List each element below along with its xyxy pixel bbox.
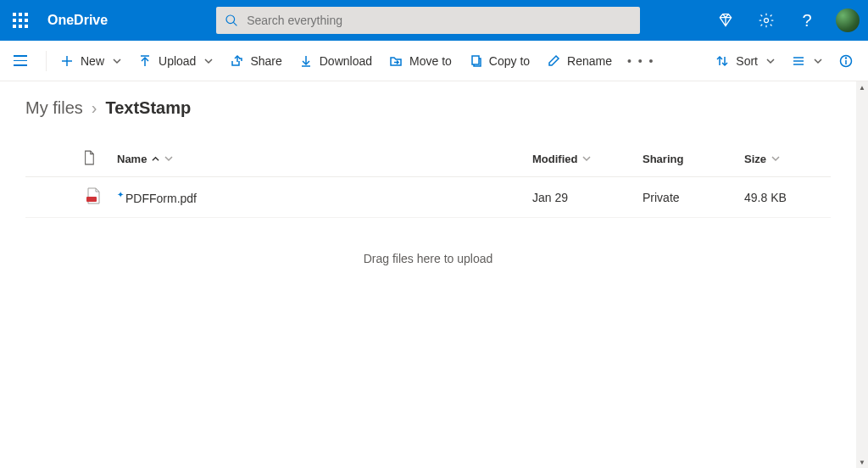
document-icon — [83, 150, 95, 165]
sort-ascending-icon — [152, 153, 159, 165]
chevron-right-icon: › — [92, 98, 97, 118]
details-pane-button[interactable] — [831, 47, 861, 75]
drag-upload-hint: Drag files here to upload — [25, 218, 831, 299]
sort-icon — [715, 54, 729, 68]
svg-point-0 — [226, 15, 235, 24]
more-actions-button[interactable]: • • • — [620, 54, 661, 68]
app-launcher-button[interactable] — [0, 0, 41, 41]
chevron-down-icon — [113, 54, 121, 68]
question-icon: ? — [802, 11, 811, 31]
toolbar-separator — [46, 51, 47, 71]
content-pane: My files › TextStamp Name — [0, 81, 856, 468]
view-options-button[interactable] — [783, 47, 831, 75]
scroll-up-icon: ▲ — [856, 81, 868, 93]
file-name: PDFForm.pdf — [125, 191, 197, 204]
upload-button[interactable]: Upload — [130, 47, 221, 75]
size-column-label: Size — [744, 153, 766, 165]
move-to-label: Move to — [409, 54, 452, 68]
size-column-header[interactable]: Size — [737, 142, 831, 177]
sort-label: Sort — [736, 54, 758, 68]
account-avatar[interactable] — [836, 8, 860, 32]
sharing-column-header[interactable]: Sharing — [636, 142, 737, 177]
modified-column-header[interactable]: Modified — [526, 142, 636, 177]
upload-label: Upload — [159, 54, 196, 68]
new-label: New — [81, 54, 104, 68]
svg-point-2 — [765, 19, 769, 23]
waffle-icon — [13, 13, 28, 28]
help-button[interactable]: ? — [787, 0, 827, 41]
info-icon — [839, 54, 853, 68]
scroll-down-icon: ▼ — [856, 456, 868, 468]
modified-column-label: Modified — [532, 153, 577, 165]
command-bar: New Upload Share Download Move to Copy t… — [0, 41, 868, 81]
file-type-icon-cell — [76, 177, 110, 218]
list-view-icon — [792, 54, 805, 68]
breadcrumb-current: TextStamp — [105, 98, 191, 118]
nav-toggle-button[interactable] — [7, 47, 34, 75]
move-icon — [389, 54, 403, 68]
file-sharing-cell: Private — [636, 177, 737, 218]
svg-point-19 — [846, 58, 847, 58]
file-name-cell[interactable]: ✦PDFForm.pdf — [110, 177, 526, 218]
search-icon — [225, 14, 238, 27]
settings-button[interactable] — [746, 0, 787, 41]
gear-icon — [758, 12, 775, 29]
svg-rect-20 — [86, 197, 97, 202]
chevron-down-icon — [766, 54, 775, 68]
sort-button[interactable]: Sort — [707, 47, 783, 75]
table-header-row: Name Modified Sharing — [25, 142, 831, 177]
file-size-cell: 49.8 KB — [737, 177, 831, 218]
vertical-scrollbar[interactable]: ▲ ▼ — [856, 81, 868, 468]
pencil-icon — [547, 54, 560, 68]
new-indicator-icon: ✦ — [117, 190, 124, 199]
sharing-column-label: Sharing — [643, 153, 683, 165]
chevron-down-icon — [164, 153, 173, 165]
chevron-down-icon — [204, 54, 213, 68]
share-icon — [230, 54, 243, 68]
rename-label: Rename — [567, 54, 612, 68]
diamond-icon — [717, 12, 734, 29]
pdf-file-icon — [86, 187, 101, 204]
download-label: Download — [320, 54, 372, 68]
breadcrumb-parent[interactable]: My files — [25, 98, 83, 118]
share-button[interactable]: Share — [221, 47, 290, 75]
copy-to-label: Copy to — [489, 54, 530, 68]
plus-icon — [60, 54, 74, 68]
file-type-column-header[interactable] — [76, 142, 110, 177]
chevron-down-icon — [814, 54, 822, 68]
premium-button[interactable] — [705, 0, 746, 41]
name-column-label: Name — [117, 153, 147, 165]
breadcrumb: My files › TextStamp — [25, 98, 831, 118]
search-input[interactable] — [247, 14, 632, 27]
name-column-header[interactable]: Name — [110, 142, 526, 177]
download-icon — [299, 54, 313, 68]
download-button[interactable]: Download — [291, 47, 381, 75]
svg-line-1 — [234, 22, 237, 25]
files-table: Name Modified Sharing — [25, 142, 831, 218]
table-row[interactable]: ✦PDFForm.pdf Jan 29 Private 49.8 KB — [25, 177, 831, 218]
chevron-down-icon — [771, 153, 780, 165]
svg-rect-11 — [472, 56, 479, 64]
file-modified-cell: Jan 29 — [526, 177, 636, 218]
header-bar: OneDrive ? — [0, 0, 868, 41]
new-button[interactable]: New — [52, 47, 130, 75]
chevron-down-icon — [582, 153, 591, 165]
search-box[interactable] — [216, 7, 640, 34]
share-label: Share — [250, 54, 281, 68]
main-area: My files › TextStamp Name — [0, 81, 868, 468]
upload-icon — [138, 54, 152, 68]
copy-to-button[interactable]: Copy to — [460, 47, 538, 75]
brand-label[interactable]: OneDrive — [41, 13, 114, 28]
copy-icon — [469, 54, 482, 68]
move-to-button[interactable]: Move to — [381, 47, 460, 75]
rename-button[interactable]: Rename — [538, 47, 620, 75]
